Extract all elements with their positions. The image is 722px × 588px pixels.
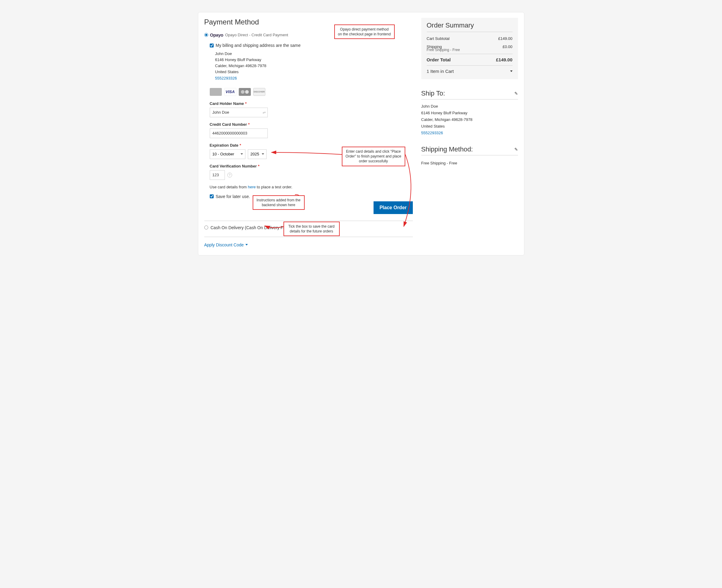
exp-year-select[interactable] — [248, 149, 267, 159]
exp-month-select[interactable] — [210, 149, 246, 159]
visa-icon: VISA — [224, 88, 236, 96]
billing-same-checkbox[interactable] — [210, 44, 214, 47]
card-holder-input[interactable]: John Doe ▴▾ — [210, 108, 268, 117]
cc-number-input[interactable] — [210, 128, 268, 138]
chevron-down-icon — [510, 70, 513, 72]
ship-to-title: Ship To: — [421, 89, 445, 97]
input-icon: ▴▾ — [263, 111, 266, 114]
payment-radio-cod[interactable] — [204, 226, 208, 229]
summary-subtotal-label: Cart Subtotal — [427, 36, 450, 41]
opayo-method-label: Opayo Direct - Credit Card Payment — [225, 33, 288, 37]
billing-city: Calder, Michigan 49628-7978 — [210, 63, 413, 69]
sidebar: Order Summary Cart Subtotal £149.00 Ship… — [421, 18, 518, 247]
summary-total-value: £149.00 — [496, 57, 512, 62]
checkout-payment-panel: Payment Method Opayo Opayo Direct - Cred… — [198, 12, 524, 255]
billing-address-block: John Doe 6146 Honey Bluff Parkway Calder… — [210, 51, 413, 81]
summary-shipping-value: £0.00 — [503, 44, 513, 49]
billing-same-label-text: My billing and shipping address are the … — [216, 43, 301, 48]
billing-street: 6146 Honey Bluff Parkway — [210, 57, 413, 63]
summary-total-label: Order Total — [427, 57, 451, 62]
cvv-input[interactable] — [210, 170, 225, 180]
shipping-method-title: Shipping Method: — [421, 145, 473, 153]
ship-to-phone-link[interactable]: 5552293326 — [421, 131, 443, 135]
opayo-logo: Opayo — [210, 33, 224, 38]
shipping-method-text: Free Shipping - Free — [421, 159, 518, 165]
cc-number-label: Credit Card Number* — [210, 122, 413, 127]
annotation-save: Tick the box to save the card details fo… — [283, 222, 340, 236]
summary-shipping-method: Free Shipping - Free — [427, 48, 513, 52]
items-in-cart-toggle[interactable]: 1 Item in Cart — [427, 65, 513, 75]
instructions-link[interactable]: here — [248, 185, 256, 189]
place-order-button[interactable]: Place Order — [374, 201, 413, 214]
save-for-later-checkbox[interactable] — [210, 194, 214, 198]
billing-name: John Doe — [210, 51, 413, 57]
edit-shipping-method-icon[interactable]: ✎ — [514, 147, 518, 152]
discover-icon: DISCOVER — [253, 88, 266, 96]
annotation-top: Opayo direct payment method on the check… — [334, 24, 395, 39]
billing-same-checkbox-label[interactable]: My billing and shipping address are the … — [210, 43, 413, 48]
annotation-card: Enter card details and click "Place Orde… — [342, 147, 405, 166]
payment-radio-opayo[interactable] — [204, 33, 208, 37]
billing-country: United States — [210, 69, 413, 75]
summary-subtotal-value: £149.00 — [498, 36, 513, 41]
amex-icon — [210, 88, 222, 96]
apply-discount-toggle[interactable]: Apply Discount Code — [204, 243, 413, 247]
backend-instructions: Use card details from here to place a te… — [210, 185, 413, 189]
order-summary-title: Order Summary — [427, 21, 513, 32]
annotation-instructions: Instructions added from the backend show… — [253, 195, 305, 210]
billing-phone-link[interactable]: 5552293326 — [215, 76, 237, 80]
discount-divider — [204, 237, 413, 237]
mastercard-icon — [239, 88, 251, 96]
chevron-down-icon — [246, 244, 248, 246]
edit-ship-to-icon[interactable]: ✎ — [514, 91, 518, 96]
cvv-help-icon[interactable]: ? — [227, 173, 232, 177]
card-holder-label: Card Holder Name* — [210, 101, 413, 106]
card-brand-icons: VISA DISCOVER — [210, 88, 413, 96]
save-for-later-label: Save for later use. — [216, 194, 250, 199]
save-for-later-row[interactable]: Save for later use. — [210, 194, 413, 199]
card-holder-value: John Doe — [212, 110, 229, 114]
ship-to-address: John Doe 6146 Honey Bluff Parkway Calder… — [421, 103, 518, 136]
payment-left-column: Payment Method Opayo Opayo Direct - Cred… — [204, 18, 413, 247]
order-summary-box: Order Summary Cart Subtotal £149.00 Ship… — [421, 18, 518, 79]
